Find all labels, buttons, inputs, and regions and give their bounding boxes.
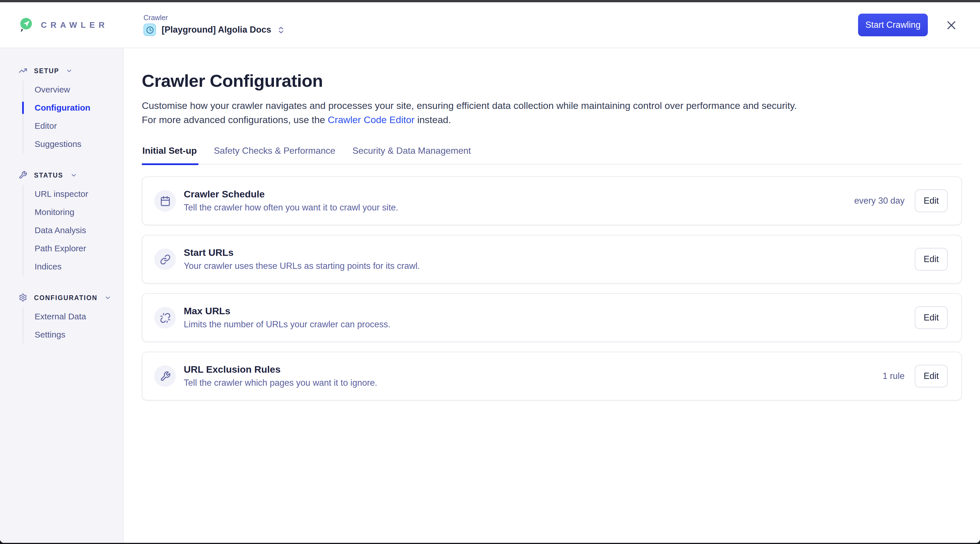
wrench-icon (19, 171, 27, 179)
crawler-selector[interactable]: Crawler [Playground] Algolia Docs (143, 14, 285, 36)
card-description: Your crawler uses these URLs as starting… (184, 261, 420, 271)
clock-icon (143, 24, 156, 36)
chevron-down-icon (70, 172, 77, 178)
sidebar-section-label: SETUP (34, 67, 59, 74)
chevron-down-icon (104, 294, 111, 301)
config-card: Start URLs Your crawler uses these URLs … (142, 235, 962, 284)
sidebar-section-status: STATUS URL inspector Monitoring Data Ana… (0, 171, 123, 276)
card-icon-circle (154, 248, 176, 270)
config-card: URL Exclusion Rules Tell the crawler whi… (142, 352, 962, 401)
description-line1: Customise how your crawler navigates and… (142, 100, 797, 111)
sidebar-item[interactable]: Monitoring (23, 203, 123, 221)
start-crawling-button[interactable]: Start Crawling (858, 14, 928, 36)
tab[interactable]: Security & Data Management (352, 146, 472, 164)
card-description: Tell the crawler how often you want it t… (184, 202, 398, 213)
card-title: Crawler Schedule (184, 189, 398, 200)
card-title: Start URLs (184, 247, 420, 259)
chevron-down-icon (66, 67, 73, 74)
sidebar-item[interactable]: Settings (23, 326, 123, 344)
brand-name: CRAWLER (41, 21, 108, 30)
card-icon-circle (154, 190, 176, 212)
tab[interactable]: Safety Checks & Performance (213, 146, 336, 164)
crawler-selector-value: [Playground] Algolia Docs (162, 25, 271, 35)
sidebar-item[interactable]: Overview (23, 81, 123, 99)
chevrons-up-down-icon (277, 25, 285, 34)
tab[interactable]: Initial Set-up (142, 146, 197, 164)
page-description: Customise how your crawler navigates and… (142, 99, 962, 127)
card-title: URL Exclusion Rules (184, 364, 377, 375)
brand: CRAWLER (19, 17, 108, 33)
sidebar-item[interactable]: External Data (23, 307, 123, 326)
sidebar-section-label: CONFIGURATION (34, 294, 97, 301)
edit-button[interactable]: Edit (915, 248, 948, 270)
close-icon[interactable] (945, 19, 957, 31)
card-title: Max URLs (184, 306, 390, 317)
sidebar-item[interactable]: Suggestions (23, 135, 123, 153)
sidebar-item[interactable]: Path Explorer (23, 239, 123, 258)
sidebar-section-header-status[interactable]: STATUS (0, 171, 123, 179)
tab-bar: Initial Set-up Safety Checks & Performan… (142, 146, 962, 164)
calendar-icon (160, 196, 170, 206)
sidebar-section-header-configuration[interactable]: CONFIGURATION (0, 293, 123, 302)
crawler-logo-icon (19, 17, 33, 33)
card-icon-circle (154, 365, 176, 387)
sidebar-item[interactable]: Data Analysis (23, 221, 123, 239)
trending-up-icon (19, 66, 27, 75)
sidebar-items-setup: Overview Configuration Editor Suggestion… (23, 81, 123, 153)
card-icon-circle (154, 307, 176, 328)
config-card: Crawler Schedule Tell the crawler how of… (142, 177, 962, 225)
sidebar-section-setup: SETUP Overview Configuration Editor (0, 66, 123, 153)
page-title: Crawler Configuration (142, 71, 962, 91)
description-line2-prefix: For more advanced configurations, use th… (142, 115, 328, 126)
crawler-app-window: CRAWLER Crawler [Playground] Algolia Doc… (0, 2, 980, 543)
sidebar-item[interactable]: Configuration (23, 99, 123, 117)
card-description: Tell the crawler which pages you want it… (184, 378, 377, 388)
config-card: Max URLs Limits the number of URLs your … (142, 293, 962, 342)
edit-button[interactable]: Edit (915, 306, 948, 329)
main-content: Crawler Configuration Customise how your… (124, 48, 980, 543)
unlink-icon (160, 312, 170, 323)
sidebar-item[interactable]: URL inspector (23, 185, 123, 203)
description-line2-suffix: instead. (415, 115, 451, 126)
link-icon (160, 254, 170, 265)
window-top-strip (0, 0, 980, 2)
sidebar: SETUP Overview Configuration Editor (0, 48, 124, 543)
card-meta: every 30 day (854, 196, 905, 206)
sidebar-item[interactable]: Editor (23, 117, 123, 135)
sidebar-items-status: URL inspector Monitoring Data Analysis P… (23, 185, 123, 276)
sidebar-items-configuration: External Data Settings (23, 307, 123, 344)
config-card-list: Crawler Schedule Tell the crawler how of… (142, 177, 962, 401)
sidebar-section-label: STATUS (34, 172, 63, 178)
sidebar-section-configuration: CONFIGURATION External Data Settings (0, 293, 123, 344)
edit-button[interactable]: Edit (915, 365, 948, 387)
top-bar: CRAWLER Crawler [Playground] Algolia Doc… (0, 2, 980, 48)
card-description: Limits the number of URLs your crawler c… (184, 320, 390, 329)
sidebar-section-header-setup[interactable]: SETUP (0, 66, 123, 75)
crawler-selector-label: Crawler (143, 14, 285, 22)
crawler-code-editor-link[interactable]: Crawler Code Editor (328, 115, 415, 126)
card-meta: 1 rule (883, 371, 905, 381)
gear-icon (19, 293, 27, 302)
edit-button[interactable]: Edit (915, 189, 948, 212)
sidebar-item[interactable]: Indices (23, 258, 123, 276)
wrench-icon (160, 371, 170, 382)
